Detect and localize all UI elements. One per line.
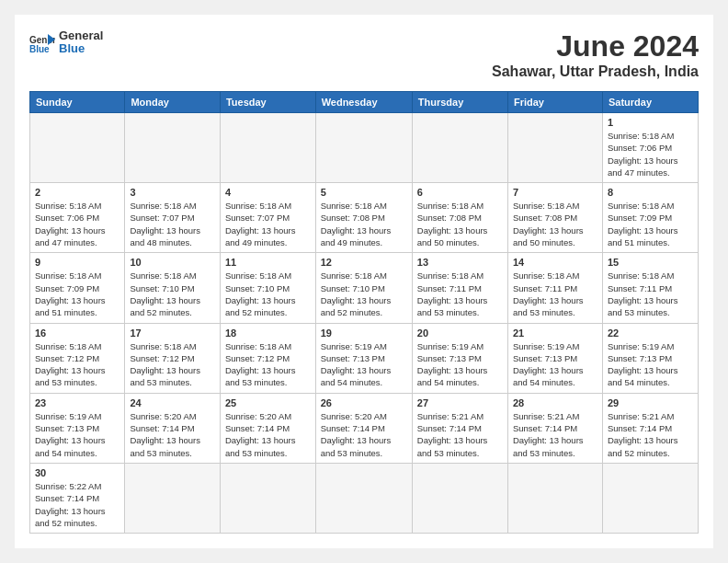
calendar-cell: 1Sunrise: 5:18 AM Sunset: 7:06 PM Daylig… bbox=[602, 113, 698, 183]
calendar-cell: 18Sunrise: 5:18 AM Sunset: 7:12 PM Dayli… bbox=[220, 323, 315, 393]
day-info: Sunrise: 5:18 AM Sunset: 7:08 PM Dayligh… bbox=[321, 200, 407, 248]
calendar-cell: 13Sunrise: 5:18 AM Sunset: 7:11 PM Dayli… bbox=[412, 253, 507, 323]
day-info: Sunrise: 5:21 AM Sunset: 7:14 PM Dayligh… bbox=[513, 410, 597, 459]
calendar-header: SundayMondayTuesdayWednesdayThursdayFrid… bbox=[30, 92, 699, 113]
calendar-week: 2Sunrise: 5:18 AM Sunset: 7:06 PM Daylig… bbox=[30, 183, 699, 253]
day-number: 23 bbox=[35, 397, 119, 408]
day-number: 26 bbox=[321, 397, 407, 408]
calendar-cell bbox=[507, 113, 602, 183]
calendar-cell bbox=[30, 113, 125, 183]
day-info: Sunrise: 5:18 AM Sunset: 7:10 PM Dayligh… bbox=[225, 270, 311, 318]
day-info: Sunrise: 5:18 AM Sunset: 7:10 PM Dayligh… bbox=[130, 270, 215, 318]
day-info: Sunrise: 5:18 AM Sunset: 7:12 PM Dayligh… bbox=[35, 340, 119, 389]
calendar-cell: 10Sunrise: 5:18 AM Sunset: 7:10 PM Dayli… bbox=[125, 253, 221, 323]
calendar-cell bbox=[412, 463, 507, 533]
day-number: 11 bbox=[225, 257, 311, 268]
calendar-cell: 25Sunrise: 5:20 AM Sunset: 7:14 PM Dayli… bbox=[220, 393, 315, 463]
calendar-cell bbox=[602, 463, 698, 533]
calendar-cell: 20Sunrise: 5:19 AM Sunset: 7:13 PM Dayli… bbox=[412, 323, 507, 393]
calendar-cell: 19Sunrise: 5:19 AM Sunset: 7:13 PM Dayli… bbox=[315, 323, 412, 393]
day-number: 3 bbox=[130, 187, 215, 198]
subtitle: Sahawar, Uttar Pradesh, India bbox=[492, 63, 699, 80]
day-info: Sunrise: 5:20 AM Sunset: 7:14 PM Dayligh… bbox=[321, 410, 407, 459]
day-info: Sunrise: 5:18 AM Sunset: 7:09 PM Dayligh… bbox=[608, 200, 693, 248]
calendar-cell: 22Sunrise: 5:19 AM Sunset: 7:13 PM Dayli… bbox=[602, 323, 698, 393]
calendar-cell: 21Sunrise: 5:19 AM Sunset: 7:13 PM Dayli… bbox=[507, 323, 602, 393]
day-number: 14 bbox=[513, 257, 597, 268]
calendar-cell: 24Sunrise: 5:20 AM Sunset: 7:14 PM Dayli… bbox=[125, 393, 221, 463]
day-number: 13 bbox=[417, 257, 503, 268]
calendar-cell: 5Sunrise: 5:18 AM Sunset: 7:08 PM Daylig… bbox=[315, 183, 412, 253]
page: General Blue General Blue June 2024 Saha… bbox=[15, 15, 713, 548]
calendar-cell bbox=[125, 113, 221, 183]
calendar-cell bbox=[125, 463, 221, 533]
day-info: Sunrise: 5:18 AM Sunset: 7:06 PM Dayligh… bbox=[35, 200, 119, 248]
title-block: June 2024 Sahawar, Uttar Pradesh, India bbox=[492, 29, 699, 80]
logo-blue: Blue bbox=[59, 42, 103, 55]
calendar-cell bbox=[412, 113, 507, 183]
day-number: 17 bbox=[130, 327, 215, 339]
day-number: 18 bbox=[225, 327, 311, 339]
day-number: 21 bbox=[513, 327, 597, 339]
svg-text:Blue: Blue bbox=[29, 44, 50, 52]
calendar-header-day: Sunday bbox=[30, 92, 125, 113]
calendar-cell: 2Sunrise: 5:18 AM Sunset: 7:06 PM Daylig… bbox=[30, 183, 125, 253]
calendar-cell bbox=[315, 113, 412, 183]
calendar-week: 30Sunrise: 5:22 AM Sunset: 7:14 PM Dayli… bbox=[30, 463, 699, 533]
day-number: 28 bbox=[513, 397, 597, 408]
day-number: 5 bbox=[321, 187, 407, 198]
day-info: Sunrise: 5:18 AM Sunset: 7:07 PM Dayligh… bbox=[130, 200, 215, 248]
calendar-cell: 17Sunrise: 5:18 AM Sunset: 7:12 PM Dayli… bbox=[125, 323, 221, 393]
day-info: Sunrise: 5:20 AM Sunset: 7:14 PM Dayligh… bbox=[225, 410, 311, 459]
calendar-cell: 12Sunrise: 5:18 AM Sunset: 7:10 PM Dayli… bbox=[315, 253, 412, 323]
day-number: 20 bbox=[417, 327, 503, 339]
day-info: Sunrise: 5:19 AM Sunset: 7:13 PM Dayligh… bbox=[35, 410, 119, 459]
day-info: Sunrise: 5:19 AM Sunset: 7:13 PM Dayligh… bbox=[608, 340, 693, 389]
calendar-cell bbox=[220, 463, 315, 533]
day-info: Sunrise: 5:18 AM Sunset: 7:09 PM Dayligh… bbox=[35, 270, 119, 318]
calendar-cell: 8Sunrise: 5:18 AM Sunset: 7:09 PM Daylig… bbox=[602, 183, 698, 253]
day-number: 30 bbox=[35, 467, 119, 478]
calendar-header-day: Monday bbox=[125, 92, 221, 113]
calendar-cell: 26Sunrise: 5:20 AM Sunset: 7:14 PM Dayli… bbox=[315, 393, 412, 463]
day-info: Sunrise: 5:21 AM Sunset: 7:14 PM Dayligh… bbox=[608, 410, 693, 459]
day-info: Sunrise: 5:18 AM Sunset: 7:11 PM Dayligh… bbox=[608, 270, 693, 318]
calendar-cell: 9Sunrise: 5:18 AM Sunset: 7:09 PM Daylig… bbox=[30, 253, 125, 323]
calendar-header-day: Tuesday bbox=[220, 92, 315, 113]
day-info: Sunrise: 5:18 AM Sunset: 7:12 PM Dayligh… bbox=[225, 340, 311, 389]
day-number: 27 bbox=[417, 397, 503, 408]
day-info: Sunrise: 5:18 AM Sunset: 7:11 PM Dayligh… bbox=[417, 270, 503, 318]
day-number: 16 bbox=[35, 327, 119, 339]
day-info: Sunrise: 5:18 AM Sunset: 7:08 PM Dayligh… bbox=[513, 200, 597, 248]
day-info: Sunrise: 5:18 AM Sunset: 7:10 PM Dayligh… bbox=[321, 270, 407, 318]
calendar-header-day: Saturday bbox=[602, 92, 698, 113]
calendar-cell: 7Sunrise: 5:18 AM Sunset: 7:08 PM Daylig… bbox=[507, 183, 602, 253]
day-number: 4 bbox=[225, 187, 311, 198]
day-info: Sunrise: 5:21 AM Sunset: 7:14 PM Dayligh… bbox=[417, 410, 503, 459]
calendar-cell: 23Sunrise: 5:19 AM Sunset: 7:13 PM Dayli… bbox=[30, 393, 125, 463]
day-number: 12 bbox=[321, 257, 407, 268]
calendar-cell bbox=[315, 463, 412, 533]
day-number: 1 bbox=[608, 117, 693, 128]
calendar-cell: 30Sunrise: 5:22 AM Sunset: 7:14 PM Dayli… bbox=[30, 463, 125, 533]
calendar-cell: 6Sunrise: 5:18 AM Sunset: 7:08 PM Daylig… bbox=[412, 183, 507, 253]
calendar-cell: 11Sunrise: 5:18 AM Sunset: 7:10 PM Dayli… bbox=[220, 253, 315, 323]
day-info: Sunrise: 5:20 AM Sunset: 7:14 PM Dayligh… bbox=[130, 410, 215, 459]
calendar-header-day: Thursday bbox=[412, 92, 507, 113]
day-info: Sunrise: 5:18 AM Sunset: 7:08 PM Dayligh… bbox=[417, 200, 503, 248]
day-number: 15 bbox=[608, 257, 693, 268]
calendar-week: 1Sunrise: 5:18 AM Sunset: 7:06 PM Daylig… bbox=[30, 113, 699, 183]
day-number: 10 bbox=[130, 257, 215, 268]
calendar-cell: 14Sunrise: 5:18 AM Sunset: 7:11 PM Dayli… bbox=[507, 253, 602, 323]
day-info: Sunrise: 5:18 AM Sunset: 7:06 PM Dayligh… bbox=[608, 130, 693, 178]
day-number: 22 bbox=[608, 327, 693, 339]
calendar-cell: 15Sunrise: 5:18 AM Sunset: 7:11 PM Dayli… bbox=[602, 253, 698, 323]
header: General Blue General Blue June 2024 Saha… bbox=[29, 29, 699, 80]
day-number: 7 bbox=[513, 187, 597, 198]
calendar-cell bbox=[507, 463, 602, 533]
day-number: 2 bbox=[35, 187, 119, 198]
calendar-header-day: Wednesday bbox=[315, 92, 412, 113]
calendar-cell: 27Sunrise: 5:21 AM Sunset: 7:14 PM Dayli… bbox=[412, 393, 507, 463]
day-number: 8 bbox=[608, 187, 693, 198]
logo-general: General bbox=[59, 29, 103, 42]
